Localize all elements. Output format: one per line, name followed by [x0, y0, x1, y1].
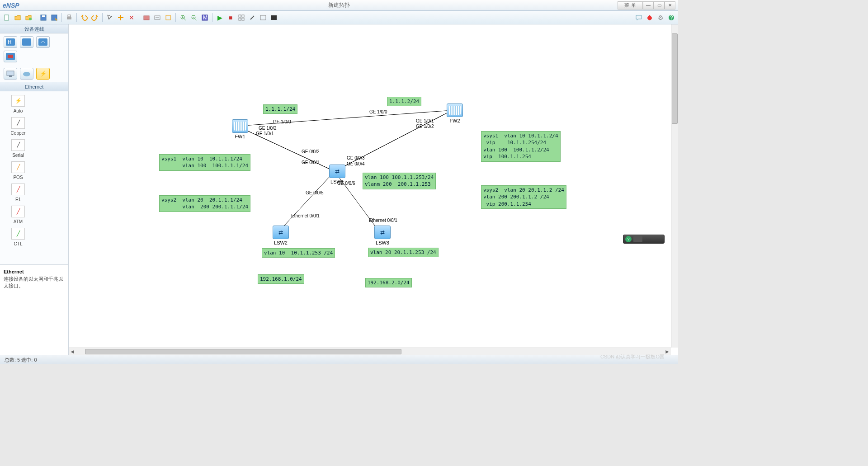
panel-links-header: Ethernet — [0, 82, 68, 91]
svg-text:M: M — [203, 14, 208, 21]
minimize-button[interactable]: — — [643, 1, 654, 9]
undo-icon[interactable] — [79, 13, 89, 23]
port-label: GE 1/0/0 — [369, 109, 387, 114]
capture-icon[interactable] — [142, 13, 151, 23]
annotation-note[interactable]: vsys2 vlan 20 20.1.1.1/24 vlan 200 200.1… — [159, 195, 250, 212]
device-firewall-icon[interactable] — [4, 51, 17, 62]
float-info-icon[interactable]: ? — [625, 236, 632, 242]
chat-icon[interactable] — [634, 13, 644, 23]
port-label: GE 0/0/1 — [302, 160, 319, 165]
link-ctl[interactable]: ╱CTL — [5, 228, 32, 246]
node-lsw2[interactable]: LSW2 — [270, 226, 292, 245]
svg-rect-16 — [239, 18, 241, 20]
device-switch-icon[interactable] — [20, 36, 33, 48]
fit-icon[interactable]: M — [200, 13, 210, 23]
print-icon[interactable] — [64, 13, 74, 23]
port-label: GE 1/0/1 — [416, 118, 434, 123]
annotation-note[interactable]: vlan 10 10.1.1.253 /24 — [262, 248, 335, 258]
device-cloud-icon[interactable] — [20, 68, 33, 80]
svg-rect-6 — [68, 15, 71, 17]
svg-rect-27 — [8, 55, 13, 58]
scrollbar-horizontal[interactable]: ◄► — [69, 348, 671, 355]
annotation-note[interactable]: 192.168.1.0/24 — [258, 274, 304, 284]
node-fw1[interactable]: FW1 — [229, 119, 251, 139]
device-wlan-icon[interactable] — [36, 36, 50, 48]
port-label: Ethernet 0/0/1 — [369, 218, 397, 223]
annotation-note[interactable]: vsys2 vlan 20 20.1.1.2 /24 vlan 200 200.… — [481, 185, 566, 209]
window-icon[interactable] — [258, 13, 268, 23]
svg-rect-5 — [67, 17, 71, 19]
start-icon[interactable]: ▶ — [215, 13, 225, 23]
link-pos[interactable]: ╱POS — [5, 161, 32, 180]
svg-point-1 — [29, 18, 32, 20]
svg-rect-15 — [242, 15, 244, 17]
maximize-button[interactable]: ▭ — [654, 1, 665, 9]
topology-canvas[interactable]: FW1FW2LSW1LSW2LSW3GE 1/0/0GE 1/0/2GE 1/0… — [69, 24, 678, 355]
svg-rect-18 — [260, 15, 266, 20]
port-label: GE 0/0/2 — [302, 149, 319, 154]
open-project-icon[interactable] — [24, 13, 33, 23]
float-handle-icon[interactable] — [633, 236, 642, 242]
open-icon[interactable] — [13, 13, 23, 23]
toolbar: ✕ M ▶ ■ ⚙ ? — [0, 11, 678, 24]
node-lsw3[interactable]: LSW3 — [372, 226, 393, 245]
port-label: GE 0/0/3 — [347, 155, 364, 160]
annotation-note[interactable]: vlan 100 100.1.1.253/24 vlanm 200 200.1.… — [363, 173, 436, 189]
select-icon[interactable] — [105, 13, 115, 23]
annotation-note[interactable]: 192.168.2.0/24 — [365, 278, 412, 287]
link-atm[interactable]: ╱ATM — [5, 206, 32, 224]
stop-icon[interactable]: ■ — [226, 13, 236, 23]
text-icon[interactable] — [152, 13, 162, 23]
delete-icon[interactable]: ✕ — [127, 13, 137, 23]
annotation-note[interactable]: vsys1 vlan 10 10.1.1.1/24 vlan 100 100.1… — [159, 154, 250, 171]
save-icon[interactable] — [38, 13, 48, 23]
menu-button[interactable]: 菜 单 — [618, 1, 643, 9]
dark-icon[interactable] — [269, 13, 279, 23]
redo-icon[interactable] — [90, 13, 100, 23]
saveas-icon[interactable] — [49, 13, 59, 23]
svg-rect-7 — [144, 16, 149, 20]
svg-rect-17 — [242, 18, 244, 20]
annotation-note[interactable]: 1.1.1.2/24 — [387, 97, 421, 106]
svg-rect-25 — [38, 38, 47, 46]
sidebar-description: Ethernet 连接设备的以太网和千兆以太接口。 — [0, 264, 68, 355]
svg-text:?: ? — [670, 14, 673, 21]
pan-icon[interactable] — [116, 13, 126, 23]
float-toolbar[interactable]: ? — [623, 235, 665, 244]
annotation-note[interactable]: vlan 20 20.1.1.253 /24 — [368, 248, 439, 257]
close-button[interactable]: ✕ — [665, 1, 675, 9]
link-copper[interactable]: ╱Copper — [5, 117, 32, 136]
scrollbar-vertical[interactable] — [671, 24, 678, 348]
sidebar: 设备连线 R ⚡ Ethernet ⚡Auto╱Copper╱Serial╱PO… — [0, 24, 69, 355]
port-label: GE 0/0/5 — [306, 190, 323, 195]
panel-devices-header: 设备连线 — [0, 24, 68, 33]
grid-icon[interactable] — [236, 13, 246, 23]
help-icon[interactable]: ? — [666, 13, 676, 23]
link-auto[interactable]: ⚡Auto — [5, 95, 32, 113]
zoomin-icon[interactable] — [178, 13, 188, 23]
svg-rect-24 — [22, 38, 31, 46]
svg-rect-9 — [166, 15, 170, 20]
node-fw2[interactable]: FW2 — [444, 104, 466, 123]
device-link-icon[interactable]: ⚡ — [36, 68, 50, 80]
device-router-icon[interactable]: R — [4, 36, 17, 48]
app-logo: eNSP — [3, 2, 19, 9]
shape-icon[interactable] — [163, 13, 173, 23]
link-serial[interactable]: ╱Serial — [5, 139, 32, 158]
settings-icon[interactable]: ⚙ — [656, 13, 665, 23]
annotation-note[interactable]: vsys1 vlan 10 10.1.1.2/4 vip 10.1.1.254/… — [481, 131, 561, 162]
port-label: GE 0/0/6 — [337, 181, 355, 186]
port-label: GE 1/0/2 — [259, 126, 276, 131]
device-pc-icon[interactable] — [4, 68, 17, 80]
annotation-note[interactable]: 1.1.1.1/24 — [263, 104, 297, 114]
port-label: GE 1/0/1 — [256, 131, 274, 136]
svg-line-33 — [237, 126, 335, 171]
zoomout-icon[interactable] — [189, 13, 199, 23]
link-e1[interactable]: ╱E1 — [5, 184, 32, 202]
svg-rect-3 — [42, 15, 45, 17]
huawei-icon[interactable] — [645, 13, 655, 23]
new-icon[interactable] — [2, 13, 12, 23]
link-icon[interactable] — [247, 13, 257, 23]
svg-point-30 — [23, 72, 30, 76]
svg-rect-28 — [7, 71, 14, 75]
